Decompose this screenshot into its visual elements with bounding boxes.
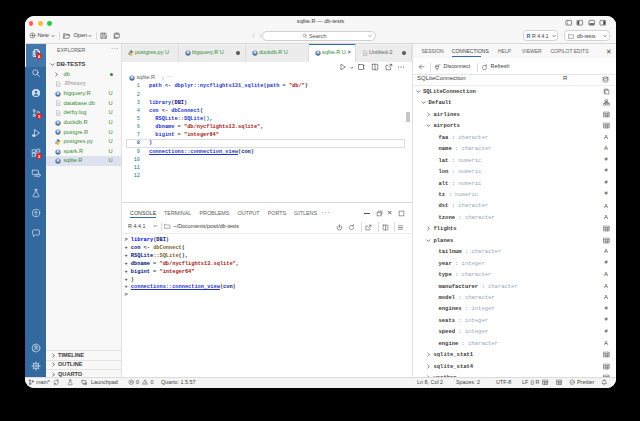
svg-text:R: R [317, 50, 320, 55]
svg-text:R: R [56, 130, 59, 135]
svg-text:R: R [56, 149, 59, 154]
svg-text:R: R [254, 50, 257, 55]
svg-text:R: R [56, 120, 59, 125]
svg-text:R: R [56, 91, 59, 96]
svg-text:R: R [56, 159, 59, 164]
svg-text:R: R [187, 50, 190, 55]
svg-text:R: R [130, 75, 133, 80]
